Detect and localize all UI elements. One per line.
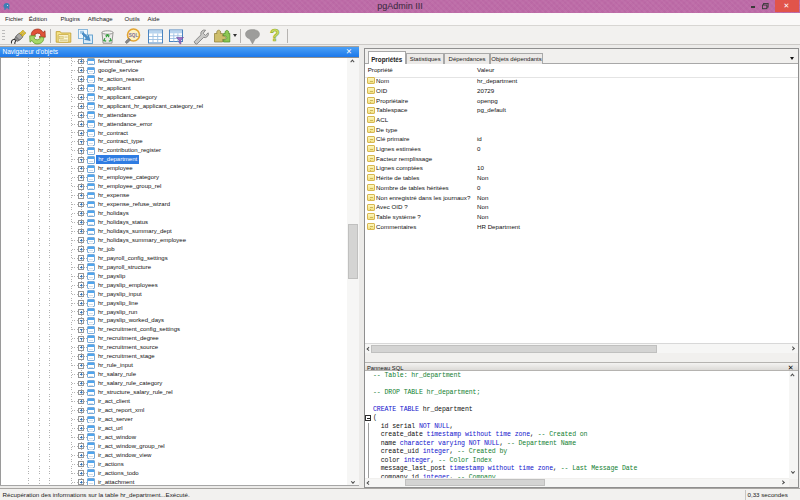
svg-text:SQL: SQL: [128, 33, 138, 38]
